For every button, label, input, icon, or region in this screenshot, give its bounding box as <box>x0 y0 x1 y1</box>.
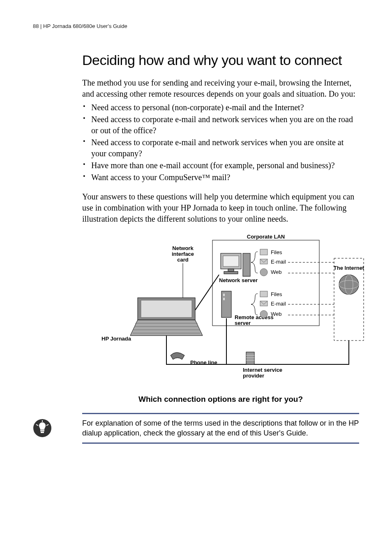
label-web-2: Web <box>271 311 282 317</box>
svg-rect-14 <box>243 253 250 276</box>
figure-caption: Which connection options are right for y… <box>82 395 359 404</box>
label-phone-line: Phone line <box>190 359 217 366</box>
running-header: 88 | HP Jornada 680/680e User's Guide <box>33 23 359 29</box>
svg-rect-15 <box>260 249 267 255</box>
services-group-1: Files E-mail Web <box>260 249 286 276</box>
label-nic-3: card <box>177 257 189 263</box>
label-web-1: Web <box>271 269 282 275</box>
label-ras-2: server <box>235 320 251 326</box>
label-nic-2: interface <box>172 251 194 257</box>
connection-diagram: Corporate LAN Network interface card <box>33 234 392 390</box>
remote-access-server-icon <box>221 291 231 317</box>
svg-rect-23 <box>260 291 267 297</box>
label-isp-2: provider <box>243 373 264 379</box>
list-item: Have more than one e-mail account (for e… <box>82 160 359 171</box>
content-block: Deciding how and why you want to connect… <box>82 52 359 404</box>
tip-text-content: For explanation of some of the terms use… <box>82 419 359 437</box>
svg-rect-11 <box>223 256 239 266</box>
svg-point-28 <box>339 275 359 294</box>
list-item: Need access to personal (non-corporate) … <box>82 102 359 113</box>
intro-paragraph: The method you use for sending and recei… <box>82 77 359 100</box>
svg-point-27 <box>260 310 267 318</box>
page: 88 | HP Jornada 680/680e User's Guide De… <box>0 0 392 460</box>
tip-icon-col <box>33 413 82 438</box>
list-item: Need access to corporate e-mail and netw… <box>82 114 359 136</box>
network-server-icon <box>221 253 250 276</box>
label-network-server: Network server <box>219 277 258 283</box>
label-files-2: Files <box>271 291 282 297</box>
svg-rect-37 <box>246 352 254 364</box>
svg-rect-21 <box>223 294 225 296</box>
label-isp-1: Internet service <box>243 367 282 373</box>
svg-rect-4 <box>141 300 192 317</box>
tip-note: For explanation of some of the terms use… <box>33 413 359 444</box>
list-item: Need access to corporate e-mail and netw… <box>82 137 359 159</box>
label-files-1: Files <box>271 249 282 255</box>
diagram-svg: Corporate LAN Network interface card <box>73 234 369 390</box>
svg-rect-43 <box>41 432 44 433</box>
label-the-internet: The Internet <box>334 265 364 271</box>
svg-rect-13 <box>224 271 238 274</box>
lightbulb-icon <box>33 419 52 438</box>
svg-point-19 <box>260 269 267 276</box>
header-separator: | <box>40 23 42 29</box>
svg-line-9 <box>195 275 219 310</box>
label-nic-1: Network <box>172 245 194 251</box>
label-email-2: E-mail <box>271 301 286 307</box>
phone-icon <box>171 352 184 359</box>
label-hp-jornada: HP Jornada <box>101 336 131 342</box>
svg-rect-42 <box>40 430 44 431</box>
doc-title: HP Jornada 680/680e User's Guide <box>43 23 127 29</box>
label-email-1: E-mail <box>271 259 286 265</box>
hp-jornada-icon <box>130 298 203 336</box>
services-group-2: Files E-mail Web <box>260 291 286 318</box>
label-corporate-lan: Corporate LAN <box>247 234 285 240</box>
bullet-list: Need access to personal (non-corporate) … <box>82 102 359 183</box>
svg-rect-12 <box>228 269 234 271</box>
svg-rect-22 <box>223 298 225 300</box>
svg-rect-20 <box>221 291 231 317</box>
section-heading: Deciding how and why you want to connect <box>82 52 359 68</box>
outro-paragraph: Your answers to these questions will hel… <box>82 191 359 225</box>
label-ras-1: Remote access <box>235 314 274 320</box>
tip-text: For explanation of some of the terms use… <box>82 413 359 444</box>
isp-icon <box>246 352 254 364</box>
page-number: 88 <box>33 23 39 29</box>
list-item: Want access to your CompuServe™ mail? <box>82 172 359 183</box>
